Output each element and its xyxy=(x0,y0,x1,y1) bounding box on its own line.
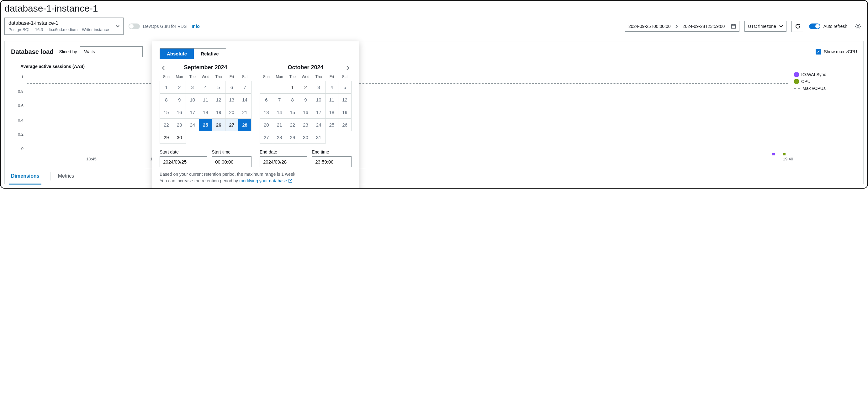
calendar-day[interactable]: 18 xyxy=(325,106,338,119)
timezone-select[interactable]: UTC timezone xyxy=(744,21,786,32)
calendar-day[interactable]: 6 xyxy=(225,81,238,94)
mode-absolute-button[interactable]: Absolute xyxy=(160,48,194,59)
auto-refresh-toggle[interactable]: Auto refresh xyxy=(809,24,847,29)
calendar-day[interactable]: 23 xyxy=(299,119,312,131)
calendar-day[interactable]: 2 xyxy=(299,81,312,94)
calendar-day[interactable]: 29 xyxy=(286,131,299,144)
auto-refresh-label: Auto refresh xyxy=(824,24,847,29)
calendar-day[interactable]: 5 xyxy=(338,81,351,94)
prev-month-button[interactable] xyxy=(160,64,167,72)
calendar-day[interactable]: 5 xyxy=(212,81,225,94)
calendar-day[interactable]: 14 xyxy=(273,106,286,119)
calendar-day[interactable]: 24 xyxy=(186,119,199,131)
chevron-right-icon xyxy=(675,25,678,28)
calendar-day[interactable]: 9 xyxy=(173,94,186,106)
tab-dimensions[interactable]: Dimensions xyxy=(11,168,39,184)
settings-button[interactable] xyxy=(852,21,864,32)
external-link-icon xyxy=(288,178,292,183)
calendar-day[interactable]: 25 xyxy=(325,119,338,131)
calendar-day[interactable]: 28 xyxy=(273,131,286,144)
chart-title: Average active sessions (AAS) xyxy=(20,64,857,69)
calendar-day[interactable]: 13 xyxy=(260,106,273,119)
calendar-day[interactable]: 8 xyxy=(160,94,173,106)
legend-swatch-cpu xyxy=(794,79,799,83)
calendar-day[interactable]: 25 xyxy=(199,119,212,131)
date-range-display[interactable]: 2024-09-25T00:00:00 2024-09-28T23:59:00 xyxy=(625,21,739,32)
calendar-day[interactable]: 22 xyxy=(286,119,299,131)
start-time-input[interactable] xyxy=(212,156,251,167)
calendar-day[interactable]: 21 xyxy=(273,119,286,131)
calendar-day[interactable]: 26 xyxy=(212,119,225,131)
calendar-day[interactable]: 12 xyxy=(338,94,351,106)
next-month-button[interactable] xyxy=(344,64,351,72)
date-mode-toggle: Absolute Relative xyxy=(160,48,226,59)
info-link[interactable]: Info xyxy=(192,24,200,29)
calendar-day[interactable]: 3 xyxy=(312,81,325,94)
calendar-day[interactable]: 4 xyxy=(325,81,338,94)
retention-hint: Based on your current retention period, … xyxy=(160,171,351,184)
calendar-day[interactable]: 28 xyxy=(238,119,251,131)
sliced-by-select[interactable]: Waits xyxy=(80,46,143,57)
calendar-day[interactable]: 3 xyxy=(186,81,199,94)
calendar-day[interactable]: 27 xyxy=(225,119,238,131)
calendar-day[interactable]: 9 xyxy=(299,94,312,106)
calendar-day[interactable]: 7 xyxy=(273,94,286,106)
calendar-day[interactable]: 19 xyxy=(212,106,225,119)
refresh-button[interactable] xyxy=(792,21,804,32)
calendar-day[interactable]: 18 xyxy=(199,106,212,119)
calendar-day[interactable]: 30 xyxy=(173,131,186,144)
calendar-day[interactable]: 14 xyxy=(238,94,251,106)
svg-point-4 xyxy=(857,25,859,27)
calendar-day[interactable]: 20 xyxy=(225,106,238,119)
mode-relative-button[interactable]: Relative xyxy=(194,48,226,59)
devops-guru-toggle[interactable]: DevOps Guru for RDS xyxy=(129,24,187,29)
page-title: database-1-instance-1 xyxy=(1,1,867,18)
calendar-day[interactable]: 1 xyxy=(160,81,173,94)
calendar-day[interactable]: 13 xyxy=(225,94,238,106)
calendar-day[interactable]: 21 xyxy=(238,106,251,119)
calendar-day[interactable]: 10 xyxy=(312,94,325,106)
calendar-day[interactable]: 20 xyxy=(260,119,273,131)
calendar-day[interactable]: 31 xyxy=(312,131,325,144)
end-date-input[interactable] xyxy=(260,156,307,167)
calendar-day[interactable]: 1 xyxy=(286,81,299,94)
calendar-day[interactable]: 15 xyxy=(160,106,173,119)
calendar-day[interactable]: 4 xyxy=(199,81,212,94)
calendar-day[interactable]: 16 xyxy=(299,106,312,119)
calendar-day[interactable]: 16 xyxy=(173,106,186,119)
calendar-day[interactable]: 10 xyxy=(186,94,199,106)
tab-metrics[interactable]: Metrics xyxy=(58,168,74,184)
calendar-day[interactable]: 11 xyxy=(325,94,338,106)
show-max-vcpu-checkbox[interactable]: ✓ xyxy=(816,49,821,55)
modify-database-link[interactable]: modifying your database xyxy=(239,178,287,183)
calendar-day[interactable]: 17 xyxy=(186,106,199,119)
calendar-day[interactable]: 19 xyxy=(338,106,351,119)
calendar-right: October 2024 SunMonTueWedThuFriSat123456… xyxy=(260,64,351,144)
calendar-day[interactable]: 30 xyxy=(299,131,312,144)
calendar-left: September 2024 SunMonTueWedThuFriSat1234… xyxy=(160,64,251,144)
calendar-day[interactable]: 15 xyxy=(286,106,299,119)
calendar-day[interactable]: 27 xyxy=(260,131,273,144)
calendar-day[interactable]: 29 xyxy=(160,131,173,144)
calendar-day[interactable]: 7 xyxy=(238,81,251,94)
date-range-end: 2024-09-28T23:59:00 xyxy=(683,24,725,29)
calendar-right-title: October 2024 xyxy=(287,64,323,71)
start-date-input[interactable] xyxy=(160,156,207,167)
calendar-day[interactable]: 22 xyxy=(160,119,173,131)
gear-icon xyxy=(855,23,861,29)
toggle-switch-icon xyxy=(809,24,820,29)
calendar-day[interactable]: 2 xyxy=(173,81,186,94)
calendar-icon xyxy=(731,24,736,29)
calendar-day[interactable]: 26 xyxy=(338,119,351,131)
caret-down-icon xyxy=(116,25,120,28)
calendar-day[interactable]: 12 xyxy=(212,94,225,106)
calendar-day[interactable]: 23 xyxy=(173,119,186,131)
instance-selector[interactable]: database-1-instance-1 PostgreSQL 16.3 db… xyxy=(4,18,124,35)
calendar-day[interactable]: 11 xyxy=(199,94,212,106)
refresh-icon xyxy=(795,24,801,29)
calendar-day[interactable]: 24 xyxy=(312,119,325,131)
calendar-day[interactable]: 17 xyxy=(312,106,325,119)
calendar-day[interactable]: 6 xyxy=(260,94,273,106)
calendar-day[interactable]: 8 xyxy=(286,94,299,106)
end-time-input[interactable] xyxy=(312,156,351,167)
